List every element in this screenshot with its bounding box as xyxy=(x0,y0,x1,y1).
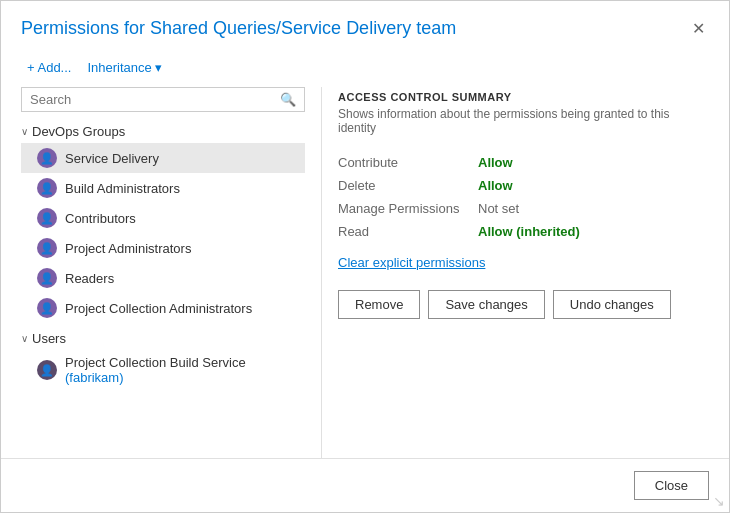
item-label: Readers xyxy=(65,271,114,286)
users-group-header[interactable]: ∨ Users xyxy=(21,327,305,350)
dialog-title: Permissions for Shared Queries/Service D… xyxy=(21,17,456,40)
avatar: 👤 xyxy=(37,208,57,228)
table-row: Manage Permissions Not set xyxy=(338,197,709,220)
clear-explicit-permissions-link[interactable]: Clear explicit permissions xyxy=(338,255,709,270)
inheritance-label: Inheritance xyxy=(87,60,151,75)
permission-name: Manage Permissions xyxy=(338,197,478,220)
avatar: 👤 xyxy=(37,298,57,318)
users-chevron-icon: ∨ xyxy=(21,333,28,344)
access-control-title: ACCESS CONTROL SUMMARY xyxy=(338,91,709,103)
permission-value: Not set xyxy=(478,197,709,220)
permission-value: Allow xyxy=(478,174,709,197)
avatar: 👤 xyxy=(37,148,57,168)
list-item[interactable]: 👤 Project Collection Build Service (fabr… xyxy=(21,350,305,390)
table-row: Delete Allow xyxy=(338,174,709,197)
resize-handle-icon: ↘ xyxy=(713,494,725,508)
list-item[interactable]: 👤 Project Administrators xyxy=(21,233,305,263)
close-footer-button[interactable]: Close xyxy=(634,471,709,500)
table-row: Read Allow (inherited) xyxy=(338,220,709,243)
inheritance-button[interactable]: Inheritance ▾ xyxy=(81,56,167,79)
item-label: Project Administrators xyxy=(65,241,191,256)
users-group-label: Users xyxy=(32,331,66,346)
content-area: 🔍 ∨ DevOps Groups 👤 Service Delivery 👤 B… xyxy=(1,87,729,458)
remove-button[interactable]: Remove xyxy=(338,290,420,319)
table-row: Contribute Allow xyxy=(338,151,709,174)
permission-name: Contribute xyxy=(338,151,478,174)
permissions-dialog: Permissions for Shared Queries/Service D… xyxy=(0,0,730,513)
right-panel: ACCESS CONTROL SUMMARY Shows information… xyxy=(321,87,709,458)
item-label: Service Delivery xyxy=(65,151,159,166)
devops-group-label: DevOps Groups xyxy=(32,124,125,139)
item-label: Project Collection Administrators xyxy=(65,301,252,316)
dialog-header: Permissions for Shared Queries/Service D… xyxy=(1,1,729,48)
permission-name: Delete xyxy=(338,174,478,197)
avatar: 👤 xyxy=(37,360,57,380)
list-item[interactable]: 👤 Service Delivery xyxy=(21,143,305,173)
devops-groups-header[interactable]: ∨ DevOps Groups xyxy=(21,120,305,143)
item-label: Contributors xyxy=(65,211,136,226)
avatar: 👤 xyxy=(37,178,57,198)
list-item[interactable]: 👤 Contributors xyxy=(21,203,305,233)
close-x-button[interactable]: ✕ xyxy=(688,19,709,39)
search-box[interactable]: 🔍 xyxy=(21,87,305,112)
save-changes-button[interactable]: Save changes xyxy=(428,290,544,319)
tree-section: ∨ DevOps Groups 👤 Service Delivery 👤 Bui… xyxy=(21,120,305,458)
avatar: 👤 xyxy=(37,268,57,288)
search-icon: 🔍 xyxy=(280,92,296,107)
avatar: 👤 xyxy=(37,238,57,258)
item-label: Project Collection Build Service (fabrik… xyxy=(65,355,301,385)
list-item[interactable]: 👤 Build Administrators xyxy=(21,173,305,203)
undo-changes-button[interactable]: Undo changes xyxy=(553,290,671,319)
permission-name: Read xyxy=(338,220,478,243)
toolbar: + Add... Inheritance ▾ xyxy=(1,48,729,87)
dialog-footer: Close xyxy=(1,458,729,512)
permission-value: Allow (inherited) xyxy=(478,220,709,243)
list-item[interactable]: 👤 Project Collection Administrators xyxy=(21,293,305,323)
permission-value: Allow xyxy=(478,151,709,174)
list-item[interactable]: 👤 Readers xyxy=(21,263,305,293)
access-control-subtitle: Shows information about the permissions … xyxy=(338,107,709,135)
item-label: Build Administrators xyxy=(65,181,180,196)
search-input[interactable] xyxy=(30,92,280,107)
permissions-table: Contribute Allow Delete Allow Manage Per… xyxy=(338,151,709,243)
devops-chevron-icon: ∨ xyxy=(21,126,28,137)
action-buttons: Remove Save changes Undo changes xyxy=(338,290,709,319)
add-button[interactable]: + Add... xyxy=(21,56,77,79)
left-panel: 🔍 ∨ DevOps Groups 👤 Service Delivery 👤 B… xyxy=(21,87,321,458)
inheritance-dropdown-icon: ▾ xyxy=(155,60,162,75)
